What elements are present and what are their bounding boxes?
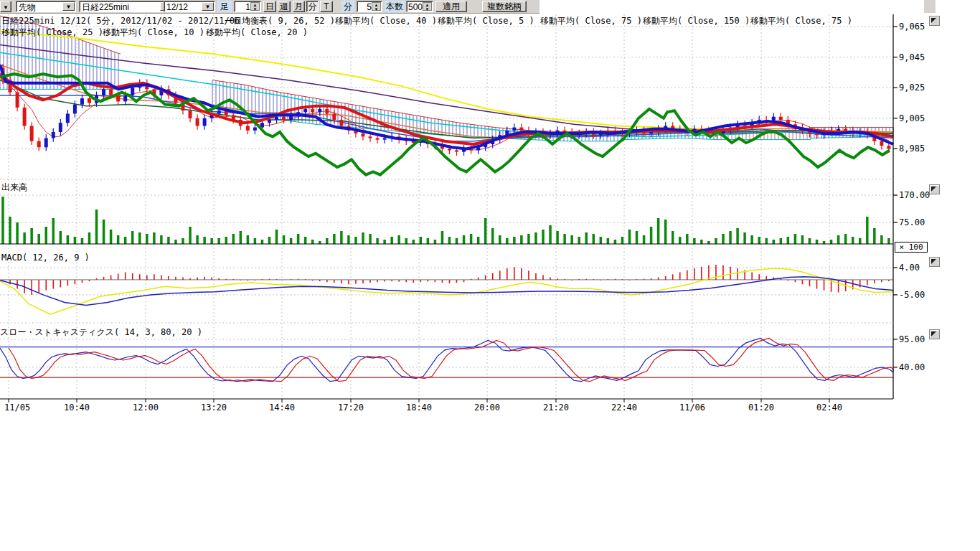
contract-month-value: 12/12 — [166, 2, 188, 12]
y-axis-label: 75.00 — [899, 217, 925, 227]
spinner-arrows-icon[interactable]: ▲▼ — [372, 2, 381, 11]
volume-multiplier-badge: × 100 — [895, 242, 928, 253]
bar-count-spinner[interactable]: 500 ▲▼ — [406, 1, 433, 12]
chart-application-window: { "toolbar": { "left_partial_combo": "▼"… — [0, 0, 980, 551]
legend-item: 移動平均( Close, 75 ) — [540, 15, 642, 27]
spinner-arrows-icon[interactable]: ▲▼ — [423, 2, 432, 11]
period-day-button[interactable]: 日 — [263, 1, 276, 12]
legend-item: 移動平均( Close, 75 ) — [750, 15, 852, 27]
y-axis-label: 95.00 — [899, 334, 925, 344]
y-axis-label: 4.00 — [899, 263, 920, 273]
chart-canvas[interactable] — [0, 0, 980, 430]
x-axis-label: 12:00 — [133, 402, 159, 413]
legend-item: 日経225mini 12/12( 5分, 2012/11/02 - 2012/1… — [1, 15, 250, 27]
x-axis-label: 21:20 — [543, 402, 569, 413]
macd-pane-arrow-button[interactable] — [929, 257, 940, 267]
x-axis-label: 11/06 — [679, 402, 705, 413]
chevron-down-icon: ▼ — [3, 4, 9, 11]
y-axis-label: 40.00 — [899, 362, 925, 372]
y-axis-label: 9,005 — [899, 113, 925, 123]
minute-value-spinner[interactable]: 5 ▲▼ — [357, 1, 382, 12]
symbol-type-combobox[interactable]: 先物 ▼ — [16, 1, 76, 12]
volume-panel-title: 出来高 — [1, 182, 27, 194]
chevron-down-icon[interactable]: ▼ — [202, 2, 214, 11]
x-axis-label: 11/05 — [4, 402, 30, 413]
legend-item: 移動平均( Close, 10 ) — [103, 27, 204, 39]
legend-item: 移動平均( Close, 40 ) — [335, 15, 437, 27]
ashi-interval-value: 1 — [245, 2, 250, 12]
legend-item: 移動平均( Close, 20 ) — [206, 27, 308, 39]
apply-button[interactable]: 適用 — [435, 1, 467, 12]
minute-label: 分 — [341, 1, 354, 12]
x-axis-label: 20:00 — [474, 402, 500, 413]
period-week-button[interactable]: 週 — [278, 1, 291, 12]
stoch-pane-arrow-button[interactable] — [929, 329, 940, 339]
bar-count-value: 500 — [408, 2, 423, 12]
spinner-arrows-icon[interactable]: ▲▼ — [250, 2, 260, 11]
x-axis-label: 17:20 — [338, 402, 364, 413]
price-pane-arrow-button[interactable] — [929, 16, 940, 26]
y-axis-label: -5.00 — [899, 290, 925, 300]
x-axis-label: 22:40 — [611, 402, 637, 413]
contract-month-combobox[interactable]: 12/12 ▼ — [164, 1, 215, 12]
symbol-value: 日経225mini — [82, 2, 129, 12]
period-minute-button[interactable]: 分 — [306, 1, 319, 12]
legend-item: 一目均衡表( 9, 26, 52 ) — [225, 15, 335, 27]
y-axis-label: 9,025 — [899, 83, 925, 93]
y-axis-label: 170.00 — [899, 190, 930, 200]
period-tick-button[interactable]: T — [320, 1, 333, 12]
x-axis-label: 10:40 — [64, 402, 90, 413]
y-axis-label: 9,065 — [899, 22, 925, 32]
symbol-type-value: 先物 — [19, 2, 36, 12]
x-axis-label: 14:40 — [269, 402, 295, 413]
period-month-button[interactable]: 月 — [293, 1, 305, 12]
y-axis-label: 9,045 — [899, 52, 925, 62]
macd-panel-title: MACD( 12, 26, 9 ) — [1, 253, 90, 263]
legend-item: 移動平均( Close, 25 ) — [1, 27, 103, 39]
legend-item: 移動平均( Close, 5 ) — [438, 15, 534, 27]
y-axis-label: 8,985 — [899, 143, 925, 154]
x-axis-label: 02:40 — [816, 402, 842, 413]
x-axis-label: 01:20 — [748, 402, 774, 413]
symbol-combobox[interactable]: 日経225mini ▼ — [79, 1, 174, 12]
legend-item: 移動平均( Close, 150 ) — [643, 15, 750, 27]
multi-symbol-button[interactable]: 複数銘柄 — [482, 1, 527, 12]
toolbar-stub — [924, 0, 936, 13]
x-axis-label: 13:20 — [201, 402, 227, 413]
stoch-panel-title: スロー・ストキャスティクス( 14, 3, 80, 20 ) — [0, 326, 202, 339]
bar-count-label: 本数 — [385, 1, 405, 12]
x-axis-label: 18:40 — [406, 402, 432, 413]
chevron-down-icon[interactable]: ▼ — [62, 2, 75, 11]
ashi-interval-spinner[interactable]: 1 ▲▼ — [234, 1, 261, 12]
volume-pane-arrow-button[interactable] — [929, 184, 940, 194]
ashi-label: 足 — [217, 1, 232, 12]
partial-combo-dropdown-button[interactable]: ▼ — [0, 1, 11, 12]
minute-value: 5 — [367, 2, 372, 12]
